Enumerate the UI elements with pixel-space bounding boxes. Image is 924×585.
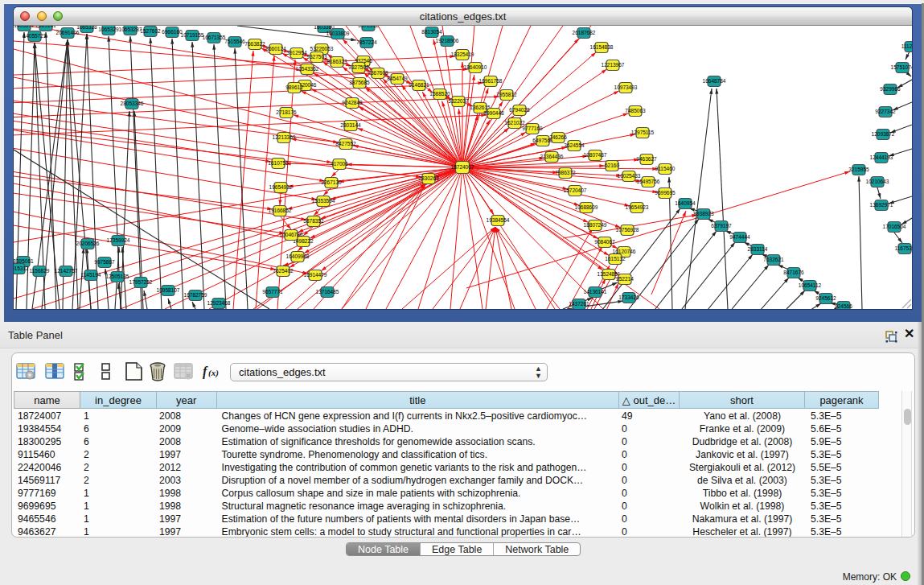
svg-text:9084067: 9084067 [594,239,615,245]
svg-text:19166852: 19166852 [269,208,292,213]
svg-text:9146821: 9146821 [409,82,429,88]
svg-text:1640954: 1640954 [675,200,696,206]
svg-text:17359924: 17359924 [107,237,130,243]
svg-text:1145194: 1145194 [81,272,101,278]
svg-text:15720407: 15720407 [564,187,587,193]
svg-text:8454749: 8454749 [387,76,408,81]
svg-text:15353594: 15353594 [312,198,335,204]
svg-text:9327508: 9327508 [348,64,369,70]
svg-text:1610755: 1610755 [268,160,289,166]
svg-text:21364436: 21364436 [540,154,564,159]
svg-text:1733426: 1733426 [618,295,639,300]
svg-text:7986372: 7986372 [555,170,576,175]
svg-text:7632621: 7632621 [763,257,784,262]
svg-text:12444193: 12444193 [870,154,893,160]
svg-text:15751074: 15751074 [891,64,912,70]
svg-text:8938923: 8938923 [693,211,714,216]
svg-text:26187682: 26187682 [573,30,596,35]
svg-text:9329966: 9329966 [880,86,901,92]
svg-text:8186323: 8186323 [326,59,347,64]
svg-text:20206526: 20206526 [76,241,100,246]
svg-text:1615132: 1615132 [605,256,626,262]
svg-text:62160: 62160 [605,163,619,168]
svg-text:1065329: 1065329 [98,27,119,32]
svg-text:16961758: 16961758 [479,78,503,84]
svg-text:18724007: 18724007 [451,164,474,170]
svg-text:9699695: 9699695 [655,190,676,196]
svg-text:12093872: 12093872 [872,131,895,137]
svg-text:7857224: 7857224 [356,39,377,45]
svg-text:8427552: 8427552 [335,141,356,146]
svg-text:6794028: 6794028 [509,107,530,113]
svg-text:17957252: 17957252 [129,279,153,285]
svg-text:5572312: 5572312 [358,26,379,28]
svg-text:7663822: 7663822 [244,41,265,47]
svg-text:53226053: 53226053 [310,46,334,51]
svg-text:6379197: 6379197 [711,223,732,229]
svg-text:16914479: 16914479 [304,272,327,278]
svg-text:3215955: 3215955 [848,167,869,172]
svg-text:746266: 746266 [549,134,567,140]
svg-text:10807487: 10807487 [584,152,607,158]
svg-text:19654932: 19654932 [269,184,293,190]
svg-text:18640910: 18640910 [464,64,487,70]
svg-text:2803144: 2803144 [340,122,361,128]
svg-text:1527602: 1527602 [140,28,161,34]
svg-text:20691406: 20691406 [56,30,80,35]
svg-text:10653287: 10653287 [119,27,142,32]
svg-text:8990448: 8990448 [483,110,504,116]
svg-text:8660124: 8660124 [265,46,286,51]
svg-text:9327503: 9327503 [306,54,327,60]
svg-text:18325419: 18325419 [451,51,474,57]
svg-text:5878352: 5878352 [303,218,324,224]
svg-text:10025433: 10025433 [618,173,641,179]
svg-text:16648784: 16648784 [703,78,726,84]
svg-text:14055721: 14055721 [23,33,47,39]
svg-text:1405572: 1405572 [14,26,35,28]
svg-text:1437261: 1437261 [569,301,589,307]
svg-text:9242848: 9242848 [342,100,363,105]
svg-text:10654112: 10654112 [799,282,822,288]
svg-text:1156829: 1156829 [30,268,50,274]
svg-text:17016504: 17016504 [883,224,906,229]
svg-text:9915312: 9915312 [14,266,29,271]
svg-text:9227342: 9227342 [875,109,896,114]
svg-text:12923468: 12923468 [207,300,231,306]
svg-text:3912954: 3912954 [286,50,307,56]
svg-text:8813054: 8813054 [421,29,442,35]
svg-text:14136141: 14136141 [584,289,607,295]
svg-text:9657771: 9657771 [262,289,283,295]
svg-text:1065328: 1065328 [76,26,97,30]
svg-text:10543362: 10543362 [296,66,319,72]
svg-text:10719155: 10719155 [181,32,204,38]
svg-text:10210643: 10210643 [866,179,889,184]
svg-text:2367608: 2367608 [368,70,388,76]
svg-text:16671355: 16671355 [203,35,226,40]
svg-text:9245612: 9245612 [815,295,836,301]
svg-text:16409948: 16409948 [286,253,310,259]
svg-text:12505135: 12505135 [106,274,129,279]
svg-text:f: f [203,365,208,379]
svg-text:16033809: 16033809 [326,31,350,36]
svg-text:16782759: 16782759 [184,292,207,298]
svg-text:7625402: 7625402 [273,268,294,274]
svg-text:5322037: 5322037 [448,98,469,104]
svg-text:2933114: 2933114 [748,246,768,252]
svg-text:12213967: 12213967 [602,62,625,68]
svg-text:12975115: 12975115 [631,130,655,135]
svg-text:15495756: 15495756 [637,179,660,184]
svg-text:1588520: 1588520 [429,91,450,97]
svg-text:2069141: 2069141 [35,26,56,28]
svg-text:12213369: 12213369 [273,134,296,140]
svg-text:12142757: 12142757 [55,268,78,274]
svg-text:924566: 924566 [835,303,852,309]
svg-text:3267130: 3267130 [321,179,342,185]
svg-text:19654923: 19654923 [626,204,649,210]
svg-text:16154838: 16154838 [590,44,614,50]
svg-text:10756928: 10756928 [616,227,639,233]
svg-text:1167533: 1167533 [895,245,912,251]
svg-text:1112345: 1112345 [901,43,912,49]
svg-text:2830263: 2830263 [418,175,439,181]
svg-text:28053346: 28053346 [121,101,144,106]
svg-text:10973493: 10973493 [614,84,638,90]
